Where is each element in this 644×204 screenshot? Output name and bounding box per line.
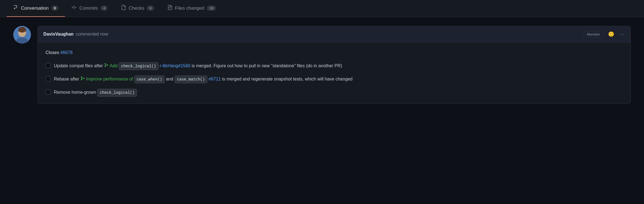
avatar-image (13, 26, 31, 44)
tabs-bar: Conversation 0 Commits 4 Checks 0 Files … (0, 0, 644, 17)
pr-icon-1 (104, 63, 109, 67)
tab-files-changed-label: Files changed (175, 6, 204, 11)
item-1-text: is merged. Figure out how to pull in new… (192, 63, 342, 68)
issue-link-6711[interactable]: #6711 (208, 77, 221, 81)
closes-link[interactable]: #6678 (60, 50, 73, 55)
emoji-reaction-button[interactable]: 🙂 (607, 30, 615, 38)
code-check-logical-1: check_logical() (119, 62, 159, 70)
code-case-when: case_when() (134, 76, 165, 83)
svg-rect-4 (18, 30, 26, 31)
code-check-logical-2: check_logical() (97, 89, 137, 96)
tab-conversation[interactable]: Conversation 0 (7, 0, 65, 17)
tab-commits-badge: 4 (101, 6, 107, 11)
item-2-and: and (166, 77, 175, 81)
tab-conversation-label: Conversation (21, 6, 49, 11)
tab-checks[interactable]: Checks 0 (114, 0, 161, 17)
conversation-icon (13, 5, 18, 11)
tab-files-changed[interactable]: Files changed 10 (161, 0, 223, 17)
closes-line: Closes #6678 (46, 49, 623, 56)
tab-conversation-badge: 0 (51, 6, 58, 11)
main-content: DavisVaughan commented now Member 🙂 ··· … (0, 17, 644, 112)
code-case-match: case_match() (175, 76, 207, 83)
checklist-text-2: Rebase after Improve performance of case… (54, 76, 623, 83)
comment-header-right: Member 🙂 ··· (583, 30, 625, 38)
checklist-text-1: Update compat files after Add check_logi… (54, 62, 623, 70)
checks-icon (121, 5, 126, 11)
pr-link-1[interactable]: Add (110, 63, 119, 68)
checkbox-2[interactable] (46, 76, 51, 81)
item-3-text: Remove home-grown (54, 90, 97, 95)
checklist-item-2: Rebase after Improve performance of case… (46, 76, 623, 83)
checklist-item-3: Remove home-grown check_logical() (46, 89, 623, 96)
comment-header-left: DavisVaughan commented now (43, 32, 108, 37)
tab-commits-label: Commits (79, 6, 98, 11)
comment-author: DavisVaughan (43, 32, 73, 37)
pr-icon-2 (80, 76, 85, 80)
tab-files-changed-badge: 10 (207, 6, 216, 11)
checklist: Update compat files after Add check_logi… (46, 62, 623, 97)
tab-checks-badge: 0 (147, 6, 154, 11)
avatar (13, 26, 31, 44)
member-badge: Member (583, 31, 604, 37)
pr-link-2[interactable]: Improve performance of (86, 77, 134, 81)
comment-body: Closes #6678 Update compat files after A… (38, 42, 630, 103)
closes-label: Closes (46, 50, 59, 55)
item-2-text: is merged and regenerate snapshot tests,… (222, 77, 352, 81)
checkbox-1[interactable] (46, 63, 51, 68)
checklist-text-3: Remove home-grown check_logical() (54, 89, 623, 96)
tab-commits[interactable]: Commits 4 (65, 0, 114, 17)
comment-header: DavisVaughan commented now Member 🙂 ··· (38, 26, 630, 42)
files-changed-icon (167, 5, 172, 11)
comment-box: DavisVaughan commented now Member 🙂 ··· … (38, 26, 631, 104)
commits-icon (72, 5, 76, 11)
issue-link-1560[interactable]: r-lib/rlang#1560 (160, 63, 190, 68)
checkbox-3[interactable] (46, 90, 51, 95)
more-options-button[interactable]: ··· (619, 30, 625, 38)
tab-checks-label: Checks (129, 6, 144, 11)
checklist-item-1: Update compat files after Add check_logi… (46, 62, 623, 70)
comment-action: commented now (76, 32, 108, 37)
